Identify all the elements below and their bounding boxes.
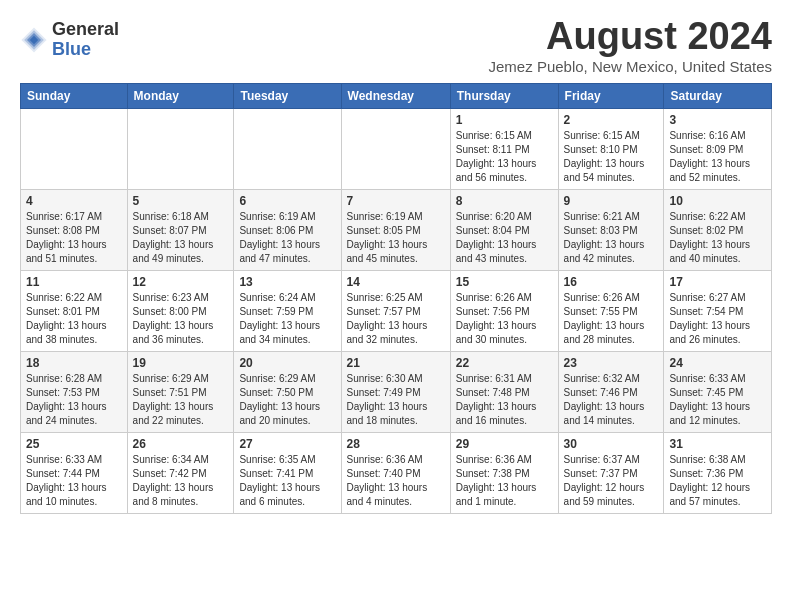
logo-icon (20, 26, 48, 54)
week-row-0: 1Sunrise: 6:15 AM Sunset: 8:11 PM Daylig… (21, 108, 772, 189)
day-info: Sunrise: 6:29 AM Sunset: 7:50 PM Dayligh… (239, 372, 335, 428)
logo: General Blue (20, 20, 119, 60)
calendar-cell: 26Sunrise: 6:34 AM Sunset: 7:42 PM Dayli… (127, 432, 234, 513)
logo-text: General Blue (52, 20, 119, 60)
day-info: Sunrise: 6:32 AM Sunset: 7:46 PM Dayligh… (564, 372, 659, 428)
calendar-table: SundayMondayTuesdayWednesdayThursdayFrid… (20, 83, 772, 514)
calendar-cell: 25Sunrise: 6:33 AM Sunset: 7:44 PM Dayli… (21, 432, 128, 513)
day-info: Sunrise: 6:19 AM Sunset: 8:06 PM Dayligh… (239, 210, 335, 266)
weekday-header-tuesday: Tuesday (234, 83, 341, 108)
calendar-cell: 1Sunrise: 6:15 AM Sunset: 8:11 PM Daylig… (450, 108, 558, 189)
day-info: Sunrise: 6:24 AM Sunset: 7:59 PM Dayligh… (239, 291, 335, 347)
calendar-cell: 12Sunrise: 6:23 AM Sunset: 8:00 PM Dayli… (127, 270, 234, 351)
day-number: 11 (26, 275, 122, 289)
day-number: 20 (239, 356, 335, 370)
day-number: 1 (456, 113, 553, 127)
week-row-2: 11Sunrise: 6:22 AM Sunset: 8:01 PM Dayli… (21, 270, 772, 351)
day-info: Sunrise: 6:33 AM Sunset: 7:45 PM Dayligh… (669, 372, 766, 428)
weekday-header-sunday: Sunday (21, 83, 128, 108)
calendar-cell: 21Sunrise: 6:30 AM Sunset: 7:49 PM Dayli… (341, 351, 450, 432)
day-number: 8 (456, 194, 553, 208)
day-number: 18 (26, 356, 122, 370)
day-info: Sunrise: 6:22 AM Sunset: 8:01 PM Dayligh… (26, 291, 122, 347)
calendar-cell: 13Sunrise: 6:24 AM Sunset: 7:59 PM Dayli… (234, 270, 341, 351)
weekday-header-thursday: Thursday (450, 83, 558, 108)
day-number: 13 (239, 275, 335, 289)
week-row-1: 4Sunrise: 6:17 AM Sunset: 8:08 PM Daylig… (21, 189, 772, 270)
header-area: General Blue August 2024 Jemez Pueblo, N… (20, 16, 772, 75)
day-info: Sunrise: 6:36 AM Sunset: 7:38 PM Dayligh… (456, 453, 553, 509)
weekday-header-friday: Friday (558, 83, 664, 108)
day-number: 27 (239, 437, 335, 451)
calendar-cell: 28Sunrise: 6:36 AM Sunset: 7:40 PM Dayli… (341, 432, 450, 513)
calendar-cell: 16Sunrise: 6:26 AM Sunset: 7:55 PM Dayli… (558, 270, 664, 351)
calendar-cell: 17Sunrise: 6:27 AM Sunset: 7:54 PM Dayli… (664, 270, 772, 351)
day-info: Sunrise: 6:29 AM Sunset: 7:51 PM Dayligh… (133, 372, 229, 428)
logo-general-text: General (52, 20, 119, 40)
day-number: 16 (564, 275, 659, 289)
calendar-cell: 5Sunrise: 6:18 AM Sunset: 8:07 PM Daylig… (127, 189, 234, 270)
day-info: Sunrise: 6:19 AM Sunset: 8:05 PM Dayligh… (347, 210, 445, 266)
calendar-cell (21, 108, 128, 189)
calendar-cell: 24Sunrise: 6:33 AM Sunset: 7:45 PM Dayli… (664, 351, 772, 432)
weekday-header-monday: Monday (127, 83, 234, 108)
day-number: 3 (669, 113, 766, 127)
day-number: 26 (133, 437, 229, 451)
day-info: Sunrise: 6:17 AM Sunset: 8:08 PM Dayligh… (26, 210, 122, 266)
day-number: 14 (347, 275, 445, 289)
day-number: 7 (347, 194, 445, 208)
weekday-header-saturday: Saturday (664, 83, 772, 108)
month-title: August 2024 (489, 16, 772, 58)
calendar-cell: 19Sunrise: 6:29 AM Sunset: 7:51 PM Dayli… (127, 351, 234, 432)
day-info: Sunrise: 6:22 AM Sunset: 8:02 PM Dayligh… (669, 210, 766, 266)
day-number: 21 (347, 356, 445, 370)
day-number: 31 (669, 437, 766, 451)
day-number: 17 (669, 275, 766, 289)
day-info: Sunrise: 6:36 AM Sunset: 7:40 PM Dayligh… (347, 453, 445, 509)
day-info: Sunrise: 6:30 AM Sunset: 7:49 PM Dayligh… (347, 372, 445, 428)
weekday-header-wednesday: Wednesday (341, 83, 450, 108)
day-number: 5 (133, 194, 229, 208)
calendar-cell: 9Sunrise: 6:21 AM Sunset: 8:03 PM Daylig… (558, 189, 664, 270)
day-number: 30 (564, 437, 659, 451)
calendar-cell: 22Sunrise: 6:31 AM Sunset: 7:48 PM Dayli… (450, 351, 558, 432)
calendar-cell: 11Sunrise: 6:22 AM Sunset: 8:01 PM Dayli… (21, 270, 128, 351)
day-info: Sunrise: 6:33 AM Sunset: 7:44 PM Dayligh… (26, 453, 122, 509)
calendar-cell: 27Sunrise: 6:35 AM Sunset: 7:41 PM Dayli… (234, 432, 341, 513)
calendar-cell: 31Sunrise: 6:38 AM Sunset: 7:36 PM Dayli… (664, 432, 772, 513)
logo-blue-text: Blue (52, 40, 119, 60)
day-info: Sunrise: 6:38 AM Sunset: 7:36 PM Dayligh… (669, 453, 766, 509)
day-number: 4 (26, 194, 122, 208)
calendar-cell: 2Sunrise: 6:15 AM Sunset: 8:10 PM Daylig… (558, 108, 664, 189)
day-number: 9 (564, 194, 659, 208)
calendar-cell: 18Sunrise: 6:28 AM Sunset: 7:53 PM Dayli… (21, 351, 128, 432)
day-info: Sunrise: 6:28 AM Sunset: 7:53 PM Dayligh… (26, 372, 122, 428)
calendar-cell: 20Sunrise: 6:29 AM Sunset: 7:50 PM Dayli… (234, 351, 341, 432)
day-number: 2 (564, 113, 659, 127)
day-info: Sunrise: 6:15 AM Sunset: 8:10 PM Dayligh… (564, 129, 659, 185)
week-row-4: 25Sunrise: 6:33 AM Sunset: 7:44 PM Dayli… (21, 432, 772, 513)
calendar-cell: 29Sunrise: 6:36 AM Sunset: 7:38 PM Dayli… (450, 432, 558, 513)
week-row-3: 18Sunrise: 6:28 AM Sunset: 7:53 PM Dayli… (21, 351, 772, 432)
calendar-cell: 30Sunrise: 6:37 AM Sunset: 7:37 PM Dayli… (558, 432, 664, 513)
day-info: Sunrise: 6:23 AM Sunset: 8:00 PM Dayligh… (133, 291, 229, 347)
day-info: Sunrise: 6:25 AM Sunset: 7:57 PM Dayligh… (347, 291, 445, 347)
day-number: 15 (456, 275, 553, 289)
calendar-cell: 8Sunrise: 6:20 AM Sunset: 8:04 PM Daylig… (450, 189, 558, 270)
day-number: 28 (347, 437, 445, 451)
title-area: August 2024 Jemez Pueblo, New Mexico, Un… (489, 16, 772, 75)
weekday-header-row: SundayMondayTuesdayWednesdayThursdayFrid… (21, 83, 772, 108)
day-info: Sunrise: 6:21 AM Sunset: 8:03 PM Dayligh… (564, 210, 659, 266)
calendar-cell: 4Sunrise: 6:17 AM Sunset: 8:08 PM Daylig… (21, 189, 128, 270)
day-info: Sunrise: 6:20 AM Sunset: 8:04 PM Dayligh… (456, 210, 553, 266)
day-number: 6 (239, 194, 335, 208)
day-number: 25 (26, 437, 122, 451)
day-info: Sunrise: 6:16 AM Sunset: 8:09 PM Dayligh… (669, 129, 766, 185)
day-number: 29 (456, 437, 553, 451)
day-number: 10 (669, 194, 766, 208)
day-number: 23 (564, 356, 659, 370)
calendar-cell: 3Sunrise: 6:16 AM Sunset: 8:09 PM Daylig… (664, 108, 772, 189)
day-info: Sunrise: 6:35 AM Sunset: 7:41 PM Dayligh… (239, 453, 335, 509)
calendar-cell: 6Sunrise: 6:19 AM Sunset: 8:06 PM Daylig… (234, 189, 341, 270)
calendar-cell: 7Sunrise: 6:19 AM Sunset: 8:05 PM Daylig… (341, 189, 450, 270)
